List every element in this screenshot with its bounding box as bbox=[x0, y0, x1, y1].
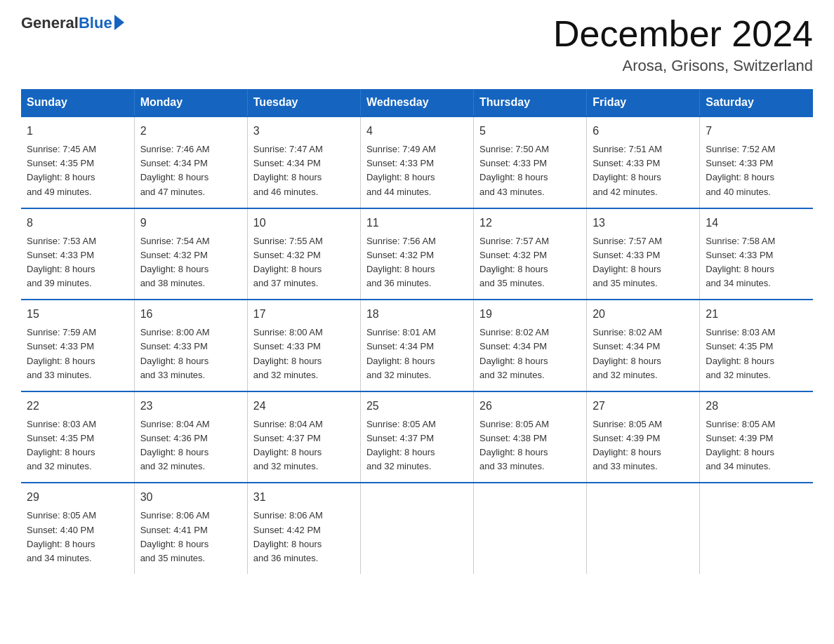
logo-blue: Blue bbox=[79, 14, 112, 32]
day-info: Sunrise: 8:05 AMSunset: 4:39 PMDaylight:… bbox=[593, 417, 694, 474]
day-info: Sunrise: 7:50 AMSunset: 4:33 PMDaylight:… bbox=[479, 142, 581, 199]
day-number: 18 bbox=[366, 306, 468, 323]
day-info: Sunrise: 8:04 AMSunset: 4:36 PMDaylight:… bbox=[140, 417, 241, 474]
weekday-header-friday: Friday bbox=[587, 89, 700, 116]
day-info: Sunrise: 8:00 AMSunset: 4:33 PMDaylight:… bbox=[140, 326, 241, 382]
day-cell: 8Sunrise: 7:53 AMSunset: 4:33 PMDaylight… bbox=[21, 208, 134, 300]
day-number: 30 bbox=[140, 489, 241, 506]
day-info: Sunrise: 7:46 AMSunset: 4:34 PMDaylight:… bbox=[140, 142, 241, 199]
day-info: Sunrise: 8:05 AMSunset: 4:37 PMDaylight:… bbox=[366, 417, 468, 474]
day-number: 2 bbox=[140, 123, 241, 140]
day-info: Sunrise: 8:06 AMSunset: 4:42 PMDaylight:… bbox=[253, 509, 355, 565]
logo: General Blue bbox=[21, 14, 124, 32]
day-cell: 3Sunrise: 7:47 AMSunset: 4:34 PMDaylight… bbox=[247, 116, 360, 208]
day-cell: 2Sunrise: 7:46 AMSunset: 4:34 PMDaylight… bbox=[134, 116, 247, 208]
day-cell: 31Sunrise: 8:06 AMSunset: 4:42 PMDayligh… bbox=[247, 483, 360, 574]
weekday-header-monday: Monday bbox=[134, 89, 247, 116]
week-row-2: 8Sunrise: 7:53 AMSunset: 4:33 PMDaylight… bbox=[21, 208, 813, 300]
day-info: Sunrise: 8:06 AMSunset: 4:41 PMDaylight:… bbox=[140, 509, 241, 565]
week-row-3: 15Sunrise: 7:59 AMSunset: 4:33 PMDayligh… bbox=[21, 300, 813, 391]
day-number: 4 bbox=[366, 123, 468, 140]
day-cell bbox=[700, 483, 813, 574]
day-info: Sunrise: 8:03 AMSunset: 4:35 PMDaylight:… bbox=[27, 417, 128, 474]
day-cell: 21Sunrise: 8:03 AMSunset: 4:35 PMDayligh… bbox=[700, 300, 813, 391]
day-info: Sunrise: 7:59 AMSunset: 4:33 PMDaylight:… bbox=[27, 326, 128, 382]
day-cell: 4Sunrise: 7:49 AMSunset: 4:33 PMDaylight… bbox=[360, 116, 473, 208]
day-info: Sunrise: 8:05 AMSunset: 4:38 PMDaylight:… bbox=[479, 417, 581, 474]
day-number: 9 bbox=[140, 215, 241, 232]
day-cell: 7Sunrise: 7:52 AMSunset: 4:33 PMDaylight… bbox=[700, 116, 813, 208]
day-cell: 14Sunrise: 7:58 AMSunset: 4:33 PMDayligh… bbox=[700, 208, 813, 300]
logo-text: General Blue bbox=[21, 14, 124, 32]
day-info: Sunrise: 7:56 AMSunset: 4:32 PMDaylight:… bbox=[366, 234, 468, 291]
day-number: 31 bbox=[253, 489, 355, 506]
day-cell: 23Sunrise: 8:04 AMSunset: 4:36 PMDayligh… bbox=[134, 391, 247, 483]
page-header: General Blue December 2024 Arosa, Grison… bbox=[21, 14, 813, 75]
day-number: 26 bbox=[479, 398, 581, 415]
day-cell: 9Sunrise: 7:54 AMSunset: 4:32 PMDaylight… bbox=[134, 208, 247, 300]
day-number: 11 bbox=[366, 215, 468, 232]
logo-triangle-icon bbox=[114, 15, 124, 30]
day-cell: 11Sunrise: 7:56 AMSunset: 4:32 PMDayligh… bbox=[360, 208, 473, 300]
day-cell: 16Sunrise: 8:00 AMSunset: 4:33 PMDayligh… bbox=[134, 300, 247, 391]
day-cell: 12Sunrise: 7:57 AMSunset: 4:32 PMDayligh… bbox=[474, 208, 587, 300]
day-number: 19 bbox=[479, 306, 581, 323]
day-number: 6 bbox=[593, 123, 694, 140]
day-cell: 18Sunrise: 8:01 AMSunset: 4:34 PMDayligh… bbox=[360, 300, 473, 391]
day-info: Sunrise: 8:02 AMSunset: 4:34 PMDaylight:… bbox=[593, 326, 694, 382]
day-cell: 10Sunrise: 7:55 AMSunset: 4:32 PMDayligh… bbox=[247, 208, 360, 300]
day-number: 12 bbox=[479, 215, 581, 232]
day-info: Sunrise: 7:57 AMSunset: 4:32 PMDaylight:… bbox=[479, 234, 581, 291]
day-info: Sunrise: 8:00 AMSunset: 4:33 PMDaylight:… bbox=[253, 326, 355, 382]
day-info: Sunrise: 7:55 AMSunset: 4:32 PMDaylight:… bbox=[253, 234, 355, 291]
day-number: 14 bbox=[706, 215, 807, 232]
day-number: 5 bbox=[479, 123, 581, 140]
day-info: Sunrise: 7:47 AMSunset: 4:34 PMDaylight:… bbox=[253, 142, 355, 199]
day-number: 1 bbox=[27, 123, 128, 140]
day-number: 3 bbox=[253, 123, 355, 140]
day-number: 22 bbox=[27, 398, 128, 415]
calendar-header: SundayMondayTuesdayWednesdayThursdayFrid… bbox=[21, 89, 813, 116]
weekday-header-sunday: Sunday bbox=[21, 89, 134, 116]
day-number: 7 bbox=[706, 123, 807, 140]
day-number: 15 bbox=[27, 306, 128, 323]
day-number: 27 bbox=[593, 398, 694, 415]
day-cell: 25Sunrise: 8:05 AMSunset: 4:37 PMDayligh… bbox=[360, 391, 473, 483]
day-info: Sunrise: 7:52 AMSunset: 4:33 PMDaylight:… bbox=[706, 142, 807, 199]
day-cell: 29Sunrise: 8:05 AMSunset: 4:40 PMDayligh… bbox=[21, 483, 134, 574]
day-info: Sunrise: 8:03 AMSunset: 4:35 PMDaylight:… bbox=[706, 326, 807, 382]
day-info: Sunrise: 8:01 AMSunset: 4:34 PMDaylight:… bbox=[366, 326, 468, 382]
day-number: 28 bbox=[706, 398, 807, 415]
day-info: Sunrise: 7:51 AMSunset: 4:33 PMDaylight:… bbox=[593, 142, 694, 199]
day-info: Sunrise: 8:04 AMSunset: 4:37 PMDaylight:… bbox=[253, 417, 355, 474]
day-cell bbox=[474, 483, 587, 574]
day-cell: 28Sunrise: 8:05 AMSunset: 4:39 PMDayligh… bbox=[700, 391, 813, 483]
weekday-header-row: SundayMondayTuesdayWednesdayThursdayFrid… bbox=[21, 89, 813, 116]
day-info: Sunrise: 7:57 AMSunset: 4:33 PMDaylight:… bbox=[593, 234, 694, 291]
day-number: 24 bbox=[253, 398, 355, 415]
day-info: Sunrise: 8:02 AMSunset: 4:34 PMDaylight:… bbox=[479, 326, 581, 382]
day-number: 10 bbox=[253, 215, 355, 232]
day-cell: 30Sunrise: 8:06 AMSunset: 4:41 PMDayligh… bbox=[134, 483, 247, 574]
day-cell: 13Sunrise: 7:57 AMSunset: 4:33 PMDayligh… bbox=[587, 208, 700, 300]
day-cell: 19Sunrise: 8:02 AMSunset: 4:34 PMDayligh… bbox=[474, 300, 587, 391]
logo-general: General bbox=[21, 14, 79, 32]
weekday-header-wednesday: Wednesday bbox=[360, 89, 473, 116]
day-number: 29 bbox=[27, 489, 128, 506]
calendar-subtitle: Arosa, Grisons, Switzerland bbox=[553, 57, 813, 75]
day-number: 17 bbox=[253, 306, 355, 323]
day-number: 23 bbox=[140, 398, 241, 415]
day-info: Sunrise: 7:53 AMSunset: 4:33 PMDaylight:… bbox=[27, 234, 128, 291]
day-number: 20 bbox=[593, 306, 694, 323]
day-info: Sunrise: 7:49 AMSunset: 4:33 PMDaylight:… bbox=[366, 142, 468, 199]
day-info: Sunrise: 8:05 AMSunset: 4:40 PMDaylight:… bbox=[27, 509, 128, 565]
day-number: 16 bbox=[140, 306, 241, 323]
day-number: 13 bbox=[593, 215, 694, 232]
day-info: Sunrise: 7:54 AMSunset: 4:32 PMDaylight:… bbox=[140, 234, 241, 291]
day-cell: 17Sunrise: 8:00 AMSunset: 4:33 PMDayligh… bbox=[247, 300, 360, 391]
week-row-4: 22Sunrise: 8:03 AMSunset: 4:35 PMDayligh… bbox=[21, 391, 813, 483]
weekday-header-tuesday: Tuesday bbox=[247, 89, 360, 116]
day-cell: 15Sunrise: 7:59 AMSunset: 4:33 PMDayligh… bbox=[21, 300, 134, 391]
day-cell: 1Sunrise: 7:45 AMSunset: 4:35 PMDaylight… bbox=[21, 116, 134, 208]
calendar-table: SundayMondayTuesdayWednesdayThursdayFrid… bbox=[21, 89, 813, 574]
